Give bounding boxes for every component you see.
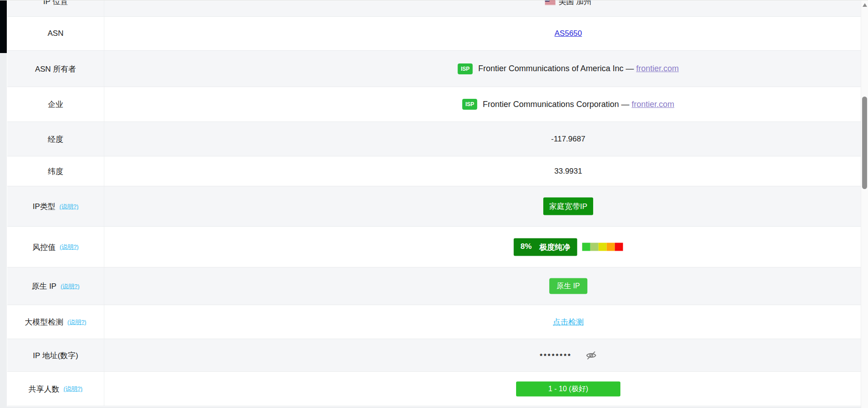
risk-scale-segment (582, 243, 590, 251)
row-label: 大模型检测 (25, 317, 63, 327)
company-name: Frontier Communications Corporation — (483, 100, 629, 109)
asn-link[interactable]: AS5650 (555, 29, 582, 38)
table-row-ip-location: IP 位置 美国 加州 (7, 0, 861, 17)
table-row-asn: ASN AS5650 (7, 17, 861, 51)
ip-type-help-link[interactable]: (说明?) (59, 202, 78, 210)
isp-badge: ISP (462, 99, 477, 110)
row-label: 风控值 (33, 242, 56, 252)
masked-ip-value: ******** (540, 351, 572, 359)
row-label: ASN (48, 29, 63, 38)
longitude-value: -117.9687 (551, 135, 585, 144)
asn-owner-name: Frontier Communications of America Inc — (478, 64, 634, 73)
us-flag-icon (545, 0, 556, 5)
ip-location-value: 美国 加州 (559, 0, 592, 7)
row-label: 经度 (48, 134, 63, 144)
row-label: ASN 所有者 (35, 63, 76, 74)
table-row-longitude: 经度 -117.9687 (7, 122, 861, 156)
table-row-asn-owner: ASN 所有者 ISP Frontier Communications of A… (7, 51, 861, 87)
llm-check-help-link[interactable]: (说明?) (68, 318, 87, 326)
row-label: 纬度 (48, 166, 63, 176)
risk-scale-segment (590, 243, 598, 251)
risk-text: 极度纯净 (539, 242, 570, 252)
table-row-latitude: 纬度 33.9931 (7, 156, 861, 186)
risk-badge: 8% 极度纯净 (514, 238, 577, 256)
viewport-top-edge (0, 0, 868, 0)
risk-scale-segment (606, 243, 614, 251)
row-label: 企业 (48, 99, 63, 110)
table-row-shared-users: 共享人数 (说明?) 1 - 10 (极好) (7, 372, 861, 406)
isp-badge: ISP (458, 63, 473, 74)
eye-off-icon[interactable] (585, 350, 597, 361)
risk-scale-bar (582, 243, 623, 251)
shared-users-help-link[interactable]: (说明?) (63, 385, 83, 393)
latitude-value: 33.9931 (554, 167, 582, 176)
row-label: IP类型 (33, 201, 55, 212)
scrollbar-thumb[interactable] (862, 97, 867, 189)
row-label: IP 位置 (43, 0, 68, 7)
native-ip-badge: 原生 IP (549, 278, 587, 294)
shared-users-badge: 1 - 10 (极好) (516, 381, 620, 396)
table-row-ip-numeric: IP 地址(数字) ******** (7, 339, 861, 372)
row-label: IP 地址(数字) (33, 350, 78, 360)
risk-help-link[interactable]: (说明?) (60, 243, 79, 251)
vertical-scrollbar[interactable] (861, 0, 868, 408)
asn-owner-domain-link[interactable]: frontier.com (636, 64, 679, 73)
ip-info-table: IP 位置 美国 加州 ASN AS (7, 0, 861, 406)
table-row-ip-type: IP类型 (说明?) 家庭宽带IP (7, 186, 861, 227)
risk-scale-segment (614, 243, 623, 251)
collapsed-sidebar-block (0, 0, 7, 53)
scroll-up-icon[interactable] (863, 3, 867, 7)
table-row-company: 企业 ISP Frontier Communications Corporati… (7, 87, 861, 122)
table-row-llm-check: 大模型检测 (说明?) 点击检测 (7, 305, 861, 339)
risk-scale-segment (598, 243, 606, 251)
table-row-native-ip: 原生 IP (说明?) 原生 IP (7, 267, 861, 305)
ip-type-badge: 家庭宽带IP (543, 198, 593, 215)
left-rail (0, 0, 7, 408)
row-label: 共享人数 (29, 384, 59, 394)
native-ip-help-link[interactable]: (说明?) (60, 282, 79, 290)
row-label: 原生 IP (32, 281, 57, 291)
llm-check-link[interactable]: 点击检测 (553, 317, 584, 327)
table-row-risk: 风控值 (说明?) 8% 极度纯净 (7, 227, 861, 267)
company-domain-link[interactable]: frontier.com (632, 100, 674, 109)
risk-percent: 8% (521, 242, 532, 252)
